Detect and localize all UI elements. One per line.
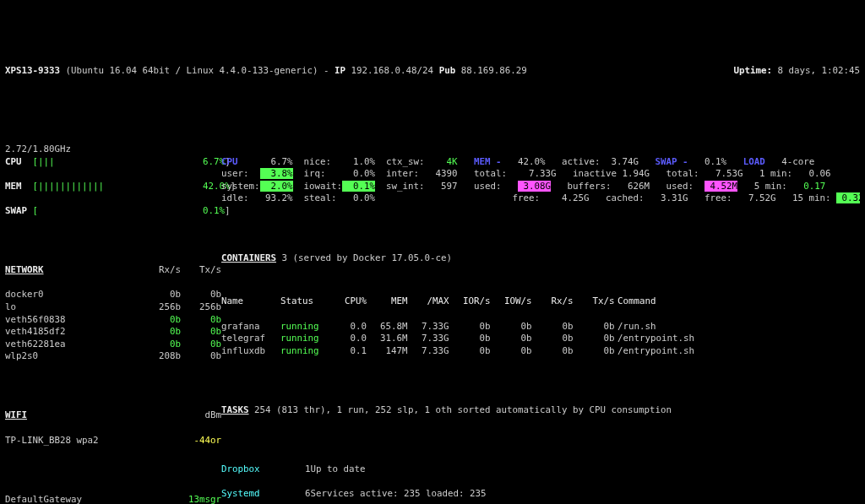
cpu-freq: 2.72/1.80GHz [5, 144, 71, 154]
hostname: XPS13-9333 [5, 65, 60, 76]
title-bar: XPS13-9333 (Ubuntu 16.04 64bit / Linux 4… [5, 65, 860, 78]
list-item: lo256b256b [5, 301, 221, 314]
container-row: telegrafrunning 0.0 31.6M 7.33G 0b 0b 0b… [221, 333, 860, 345]
right-panel: CPU 6.7% nice: 1.0% ctx_sw: 4K MEM - 42.… [221, 132, 860, 504]
left-panel: 2.72/1.80GHz CPU [||| 6.7%] MEM [|||||||… [5, 132, 221, 504]
list-item: TP-LINK_BB28 wpa2-44or [5, 435, 221, 447]
list-item: docker00b0b [5, 289, 221, 301]
list-item: wlp2s0208b0b [5, 350, 221, 363]
network-header: NETWORK [5, 264, 44, 277]
tasks-header: TASKS [221, 404, 249, 415]
containers-header: CONTAINERS [221, 252, 276, 263]
list-item: veth62281ea0b0b [5, 339, 221, 351]
list-item: DefaultGateway13msgr [5, 494, 221, 504]
container-row: influxdbrunning 0.1 147M 7.33G 0b 0b 0b … [221, 345, 860, 358]
list-item: veth56f08380b0b [5, 314, 221, 327]
container-row: grafanarunning 0.0 65.8M 7.33G 0b 0b 0b … [221, 321, 860, 333]
wifi-header: WIFI [5, 409, 27, 422]
list-item: veth4185df20b0b [5, 326, 221, 339]
